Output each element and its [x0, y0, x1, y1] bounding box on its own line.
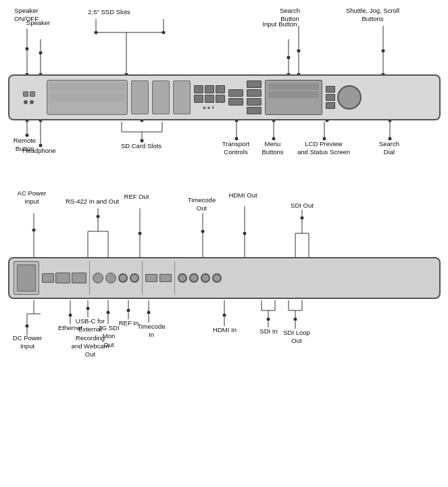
transport-ctrl-label: TransportControls	[214, 140, 258, 157]
bnc-6	[212, 273, 222, 283]
round-conn-2	[105, 273, 116, 283]
lcd-content	[268, 83, 319, 98]
power-btn-1	[23, 91, 28, 97]
rs422-label: RS-422 In and Out	[66, 198, 120, 206]
transport-btn-2	[205, 85, 214, 93]
menu-btn-4	[247, 107, 262, 114]
sdi-out-label: SDI Out	[284, 202, 321, 210]
transport-controls: ▶ ■ ⏸	[194, 85, 225, 110]
power-btn-2	[30, 91, 35, 97]
sd-card-area	[131, 80, 191, 114]
bnc-3	[178, 273, 187, 283]
timecode-out-label: TimecodeOut	[182, 196, 222, 213]
bnc-2	[130, 273, 139, 283]
conn-group-1	[42, 273, 86, 283]
dial-area	[326, 85, 362, 110]
svg-point-78	[243, 232, 246, 235]
svg-point-84	[300, 216, 303, 220]
round-conn-1	[93, 273, 103, 283]
ac-power-label: AC PowerInput	[14, 189, 51, 206]
ref-out-label: REF Out	[118, 193, 155, 201]
transport-btn-4	[194, 95, 203, 103]
menu-btn-2	[247, 89, 262, 97]
transport-row-1	[194, 85, 225, 93]
sd-slot-1	[131, 80, 149, 114]
speaker-label: Speaker	[22, 19, 55, 27]
lcd-screen	[265, 80, 322, 115]
conn-group-4	[178, 273, 222, 283]
transport-btn-5	[205, 95, 214, 103]
svg-point-98	[106, 311, 109, 315]
svg-point-72	[138, 232, 141, 235]
3gsdi-label: 3G SDIMonOut	[91, 324, 128, 349]
svg-point-89	[25, 325, 28, 328]
svg-point-69	[96, 215, 99, 218]
sd-slots-label: SD Card Slots	[113, 142, 170, 150]
main-screen-content	[49, 83, 125, 101]
hdmi-1	[145, 274, 157, 282]
dial-btn-3	[326, 102, 335, 109]
hdmi-out-label: HDMI Out	[223, 191, 264, 200]
top-device-body: ▶ ■ ⏸	[8, 74, 441, 120]
conn-group-2	[93, 273, 139, 283]
headphone-jack	[30, 100, 34, 104]
search-dial	[337, 85, 362, 110]
sep-2	[142, 261, 143, 295]
svg-point-113	[266, 318, 270, 321]
sd-slot-3	[173, 80, 191, 114]
bottom-unit: AC PowerInput RS-422 In and Out REF Out …	[8, 189, 441, 388]
shuttle-jog-label: Shuttle, Jog, Scroll Buttons	[343, 7, 403, 24]
dial-btn-2	[326, 94, 335, 101]
sdi-loop-label: SDI LoopOut	[278, 329, 316, 346]
ssd-slots-label: 2.5" SSD Slots	[79, 8, 140, 16]
dial-btns	[326, 86, 335, 109]
svg-point-63	[32, 229, 35, 232]
search-dial-label: SearchDial	[371, 140, 408, 157]
svg-point-101	[126, 309, 130, 312]
diagram-container: Speaker ON/OFF Speaker 2.5" SSD Slots Se…	[0, 0, 448, 395]
dial-btn-1	[326, 86, 335, 93]
menu-btn-1	[247, 80, 262, 88]
small-controls	[24, 100, 34, 104]
remote-ctrl	[24, 100, 28, 104]
bnc-4	[189, 273, 199, 283]
hdmi-2	[159, 274, 172, 282]
transport-btn-1	[194, 85, 203, 93]
svg-point-75	[201, 230, 204, 233]
sep-1	[89, 261, 90, 295]
dc-power-label: DC PowerInput	[8, 334, 47, 351]
hdmi-in-label: HDMI In	[207, 326, 243, 334]
bottom-device-body	[8, 257, 441, 299]
svg-point-95	[86, 307, 89, 310]
svg-point-104	[147, 311, 150, 315]
transport-labels: ▶ ■ ⏸	[194, 105, 225, 110]
power-btns	[23, 91, 35, 97]
timecode-in-label: TimecodeIn	[133, 323, 170, 340]
svg-point-92	[68, 314, 72, 317]
svg-point-107	[222, 314, 226, 317]
db9-1	[55, 273, 70, 283]
power-block	[14, 261, 39, 295]
transport-row-2	[194, 95, 225, 103]
input-btn-label: Input Button	[262, 20, 299, 28]
conn-group-3	[145, 274, 172, 282]
search-btn-widget	[228, 98, 243, 106]
sep-3	[174, 261, 175, 295]
input-search-btns	[228, 89, 243, 106]
power-socket	[17, 264, 36, 292]
bnc-5	[201, 273, 210, 283]
lcd-preview-label: LCD Previewand Status Screen	[295, 140, 353, 157]
menu-btn-3	[247, 98, 262, 106]
transport-btn-3	[216, 85, 225, 93]
main-screen	[47, 80, 128, 115]
menu-buttons	[247, 80, 262, 114]
input-btn-widget	[228, 89, 243, 97]
left-panel	[15, 91, 43, 104]
sd-slot-2	[152, 80, 170, 114]
svg-point-119	[293, 318, 297, 321]
top-unit: Speaker ON/OFF Speaker 2.5" SSD Slots Se…	[8, 7, 441, 176]
transport-btn-6	[216, 95, 225, 103]
menu-btns-label: MenuButtons	[253, 140, 293, 157]
db9-2	[72, 273, 86, 283]
headphone-label: Headphone	[23, 147, 60, 155]
